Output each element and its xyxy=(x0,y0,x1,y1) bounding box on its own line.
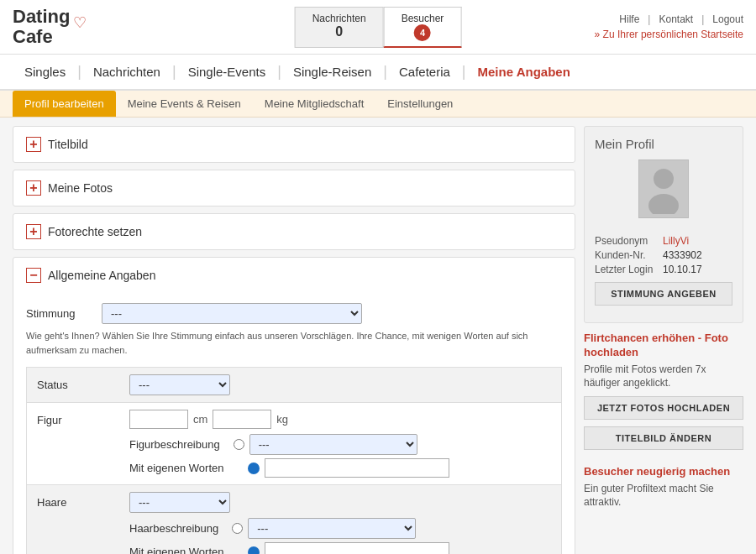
sidebar-profile-card: Mein Profil Pseudonym LillyVi Kunden-Nr. xyxy=(584,126,743,323)
haarbeschreibung-row: Haarbeschreibung --- xyxy=(129,518,449,539)
status-label: Status xyxy=(37,379,121,391)
promo-fotos-text: Profile mit Fotos werden 7x häufiger ang… xyxy=(584,363,743,389)
startseite-link[interactable]: » Zu Ihrer persönlichen Startseite xyxy=(595,29,743,40)
section-fotorechte-label: Fotorechte setzen xyxy=(48,225,142,238)
login-value: 10.10.17 xyxy=(663,264,702,275)
logo: Dating Cafe ♡ xyxy=(13,7,87,47)
profile-info: Pseudonym LillyVi Kunden-Nr. 4333902 Let… xyxy=(595,235,732,275)
header-links: Hilfe | Kontakt | Logout xyxy=(619,13,743,25)
section-meine-fotos: + Meine Fotos xyxy=(13,170,575,206)
profile-login-row: Letzter Login 10.10.17 xyxy=(595,264,732,275)
main-content: + Titelbild + Meine Fotos + Fotorechte s… xyxy=(13,126,575,554)
nav-singles[interactable]: Singles xyxy=(13,55,77,89)
section-titelbild: + Titelbild xyxy=(13,126,575,163)
haarbeschreibung-radio[interactable] xyxy=(232,523,243,534)
logo-heart-icon: ♡ xyxy=(73,13,87,32)
header-tabs: Nachrichten 0 Besucher 4 xyxy=(295,7,462,48)
sidebar: Mein Profil Pseudonym LillyVi Kunden-Nr. xyxy=(584,126,743,554)
fotos-hochladen-button[interactable]: JETZT FOTOS HOCHLADEN xyxy=(584,396,743,420)
stimmung-label: Stimmung xyxy=(26,303,93,320)
pseudonym-label: Pseudonym xyxy=(595,235,658,247)
promo-fotos: Flirtchancen erhöhen - Foto hochladen Pr… xyxy=(584,332,743,457)
subnav-profil-bearbeiten[interactable]: Profil bearbeiten xyxy=(13,91,116,117)
stimmung-select[interactable]: --- xyxy=(102,303,362,324)
header-right: Hilfe | Kontakt | Logout » Zu Ihrer pers… xyxy=(595,13,743,40)
kunden-value: 4333902 xyxy=(663,249,702,261)
section-allgemeine: − Allgemeine Angaben Stimmung --- Wie ge… xyxy=(13,257,575,554)
nav-single-reisen[interactable]: Single-Reisen xyxy=(281,55,383,89)
avatar xyxy=(638,159,689,218)
tab-besucher[interactable]: Besucher 4 xyxy=(384,7,462,48)
figur-cm-unit: cm xyxy=(193,413,207,426)
figurbeschreibung-label: Figurbeschreibung xyxy=(129,438,220,451)
subnav-mitgliedschaft[interactable]: Meine Mitgliedschaft xyxy=(253,91,376,117)
expand-fotos-icon: + xyxy=(26,180,41,196)
figurbeschreibung-row: Figurbeschreibung --- xyxy=(129,434,449,455)
expand-titelbild-icon: + xyxy=(26,137,41,152)
expand-fotorechte-icon: + xyxy=(26,224,41,239)
pseudonym-value: LillyVi xyxy=(663,235,689,247)
section-allgemeine-label: Allgemeine Angaben xyxy=(48,269,155,282)
nav-single-events[interactable]: Single-Events xyxy=(176,55,278,89)
haarbeschreibung-select[interactable]: --- xyxy=(248,518,416,539)
section-titelbild-header[interactable]: + Titelbild xyxy=(13,127,575,162)
section-fotorechte: + Fotorechte setzen xyxy=(13,213,575,250)
haarbeschreibung-label: Haarbeschreibung xyxy=(129,522,218,535)
expand-allgemeine-icon: − xyxy=(26,268,41,283)
haare-label: Haare xyxy=(37,492,121,509)
hilfe-link[interactable]: Hilfe xyxy=(619,13,639,25)
section-fotorechte-header[interactable]: + Fotorechte setzen xyxy=(13,214,575,249)
nav-nachrichten[interactable]: Nachrichten xyxy=(81,55,172,89)
haare-select[interactable]: --- xyxy=(129,492,230,513)
titelbild-aendern-button[interactable]: TITELBILD ÄNDERN xyxy=(584,426,743,450)
tab-nachrichten-count: 0 xyxy=(312,24,366,39)
figur-kg-unit: kg xyxy=(276,413,288,426)
sep1: | xyxy=(648,13,650,25)
haare-miteigworten-row: Mit eigenen Worten xyxy=(129,542,449,554)
figurbeschreibung-select[interactable]: --- xyxy=(249,434,417,455)
promo-besucher: Besucher neugierig machen Ein guter Prof… xyxy=(584,465,743,509)
profile-kunden-row: Kunden-Nr. 4333902 xyxy=(595,249,732,261)
nav-meine-angaben[interactable]: Meine Angaben xyxy=(466,55,582,89)
subnav-meine-events[interactable]: Meine Events & Reisen xyxy=(116,91,253,117)
stimmung-hint: Wie geht's Ihnen? Wählen Sie Ihre Stimmu… xyxy=(26,329,562,357)
promo-besucher-title: Besucher neugierig machen xyxy=(584,465,743,479)
figur-controls: cm kg xyxy=(129,410,449,429)
figur-miteigworten-input[interactable] xyxy=(265,458,449,478)
figurbeschreibung-radio[interactable] xyxy=(234,439,244,450)
promo-besucher-text: Ein guter Profiltext macht Sie attraktiv… xyxy=(584,483,743,509)
status-select[interactable]: --- xyxy=(129,374,230,395)
stimmung-angeben-button[interactable]: STIMMUNG ANGEBEN xyxy=(595,282,732,306)
kontakt-link[interactable]: Kontakt xyxy=(659,13,693,25)
avatar-silhouette-icon xyxy=(643,164,685,214)
haare-miteigworten-input[interactable] xyxy=(265,542,449,554)
login-label: Letzter Login xyxy=(595,264,658,275)
figur-miteigworten-row: Mit eigenen Worten xyxy=(129,458,449,478)
logo-line1: Dating xyxy=(13,7,70,27)
figur-cm-input[interactable] xyxy=(129,410,188,429)
logout-link[interactable]: Logout xyxy=(712,13,743,25)
figur-miteigworten-label: Mit eigenen Worten xyxy=(129,462,224,474)
allgemeine-body: Stimmung --- Wie geht's Ihnen? Wählen Si… xyxy=(13,293,575,554)
section-meine-fotos-label: Meine Fotos xyxy=(48,181,113,195)
logo-line2: Cafe xyxy=(13,27,70,47)
figur-kg-input[interactable] xyxy=(213,410,271,429)
subnav-einstellungen[interactable]: Einstellungen xyxy=(375,91,465,117)
figur-label: Figur xyxy=(37,410,121,426)
sep2: | xyxy=(701,13,704,25)
section-meine-fotos-header[interactable]: + Meine Fotos xyxy=(13,170,575,206)
profile-pseudonym-row: Pseudonym LillyVi xyxy=(595,235,732,247)
sidebar-mein-profil-title: Mein Profil xyxy=(595,137,732,151)
header: Dating Cafe ♡ Nachrichten 0 Besucher 4 H… xyxy=(0,0,756,55)
tab-besucher-label: Besucher xyxy=(402,13,444,24)
tab-nachrichten[interactable]: Nachrichten 0 xyxy=(295,7,384,48)
nav-cafeteria[interactable]: Cafeteria xyxy=(387,55,462,89)
main-nav: Singles | Nachrichten | Single-Events | … xyxy=(0,55,756,91)
haare-radio-selected-icon[interactable] xyxy=(248,546,260,554)
svg-point-1 xyxy=(648,194,679,214)
section-allgemeine-header[interactable]: − Allgemeine Angaben xyxy=(13,258,575,293)
promo-fotos-title: Flirtchancen erhöhen - Foto hochladen xyxy=(584,332,743,360)
haare-miteigworten-label: Mit eigenen Worten xyxy=(129,546,224,554)
figur-radio-selected-icon[interactable] xyxy=(248,463,260,474)
content-wrapper: + Titelbild + Meine Fotos + Fotorechte s… xyxy=(0,118,756,554)
